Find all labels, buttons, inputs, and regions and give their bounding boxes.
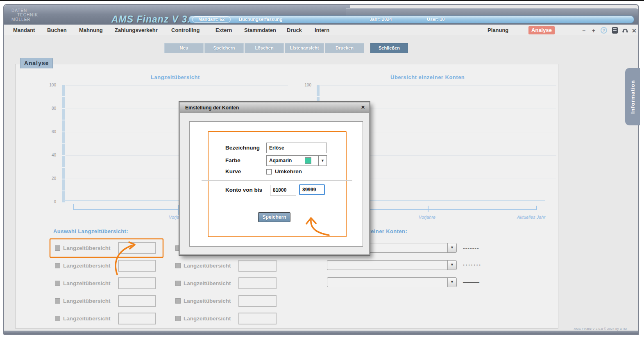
langzeit-checkbox[interactable]	[55, 263, 60, 268]
gridline	[66, 85, 288, 86]
bezeichnung-input[interactable]: Erlöse	[266, 143, 327, 153]
langzeit-row: Langzeitübersicht	[175, 277, 277, 290]
langzeit-checkbox[interactable]	[175, 298, 181, 304]
maximize-button[interactable]: +	[592, 27, 595, 34]
mandant-label: Mandant: 62	[192, 16, 231, 23]
konto-von-bis-label: Konto von bis	[225, 184, 262, 196]
langzeit-row: Langzeitübersicht	[175, 259, 277, 272]
dialog-speichern-button[interactable]: Speichern	[258, 212, 290, 222]
langzeit-row: Langzeitübersicht	[55, 242, 156, 254]
langzeit-input[interactable]	[118, 295, 156, 307]
menu-stammdaten[interactable]: Stammdaten	[244, 27, 276, 33]
phone-icon[interactable]	[622, 27, 628, 35]
langzeit-row: Langzeitübersicht	[175, 312, 277, 325]
ytick-80: 80	[43, 106, 56, 111]
langzeit-label: Langzeitübersicht	[63, 315, 111, 322]
langzeit-label: Langzeitübersicht	[63, 245, 111, 251]
langzeit-row: Langzeitübersicht	[55, 295, 156, 307]
langzeit-label: Langzeitübersicht	[184, 280, 231, 286]
langzeit-checkbox[interactable]	[55, 245, 60, 251]
separator	[202, 180, 352, 181]
langzeit-checkbox[interactable]	[55, 298, 60, 304]
einstellung-der-konten-dialog: Einstellung der Konten ✕ Bezeichnung Erl…	[179, 102, 370, 255]
window-bottom-edge	[4, 331, 638, 334]
screen: DATEN TECHNIK MÜLLER AMS Finanz V 3.0.8 …	[0, 0, 644, 338]
chevron-down-icon[interactable]: ▼	[447, 243, 456, 252]
menu-controlling[interactable]: Controlling	[171, 27, 200, 33]
langzeit-input[interactable]	[238, 295, 277, 307]
minimize-button[interactable]: −	[582, 27, 585, 34]
dialog-title: Einstellung der Konten	[185, 105, 239, 111]
konto-von-input[interactable]: 81000	[270, 185, 296, 195]
langzeit-checkbox[interactable]	[175, 281, 181, 286]
konto-dropdown[interactable]: ▼	[327, 277, 457, 287]
langzeit-label: Langzeitübersicht	[184, 298, 231, 304]
menu-planung[interactable]: Planung	[488, 27, 508, 33]
toolbar-loeschen-button[interactable]: Löschen	[245, 43, 284, 53]
langzeit-label: Langzeitübersicht	[184, 315, 231, 322]
konto-dropdown[interactable]: ▼	[327, 260, 457, 270]
ytick-20: 20	[43, 176, 56, 181]
menu-mahnung[interactable]: Mahnung	[79, 27, 103, 33]
menu-analyse-active[interactable]: Analyse	[528, 26, 555, 34]
line-style-marker: ———	[463, 277, 492, 287]
ytick-0: 0	[43, 200, 56, 204]
menu-druck[interactable]: Druck	[287, 27, 302, 33]
footer-version-text: AMS Finanz V 3.0.8 © 2024 by DTM	[574, 327, 627, 331]
ytick-60: 60	[43, 129, 56, 134]
langzeit-checkbox[interactable]	[175, 316, 181, 321]
toolbar-speichern-button[interactable]: Speichern	[204, 43, 244, 53]
module-label: Buchungserfassung	[239, 17, 282, 22]
jahr-label: Jahr: 2024	[370, 17, 392, 22]
langzeit-label: Langzeitübersicht	[184, 263, 231, 269]
langzeit-row: Langzeitübersicht	[55, 312, 156, 325]
dialog-titlebar[interactable]: Einstellung der Konten ✕	[180, 102, 369, 113]
langzeit-label: Langzeitübersicht	[63, 263, 111, 269]
langzeit-input[interactable]	[238, 260, 277, 272]
langzeit-label: Langzeitübersicht	[63, 298, 111, 304]
langzeit-label: Langzeitübersicht	[63, 280, 111, 286]
toolbar-drucken-button[interactable]: Drucken	[325, 43, 364, 53]
help-icon[interactable]: ?	[601, 27, 607, 34]
langzeit-input[interactable]	[238, 313, 277, 324]
ytick-100: 100	[43, 83, 56, 87]
menu-zahlungsverkehr[interactable]: Zahlungsverkehr	[115, 27, 158, 33]
farbe-dropdown-arrow-icon[interactable]: ▼	[318, 155, 327, 166]
langzeit-checkbox[interactable]	[55, 281, 60, 286]
separator	[202, 201, 352, 201]
ytick-right-100: 100	[298, 83, 311, 87]
tab-analyse[interactable]: Analyse	[20, 58, 53, 68]
langzeit-checkbox[interactable]	[55, 316, 60, 321]
menu-buchen[interactable]: Buchen	[47, 27, 67, 33]
langzeit-input[interactable]	[238, 277, 277, 289]
user-label: User: 10	[427, 17, 444, 22]
right-aktuelles-jahr-label: Aktuelles Jahr	[517, 215, 545, 220]
menu-extern[interactable]: Extern	[215, 27, 232, 33]
konto-bis-input[interactable]: 89999	[299, 184, 325, 195]
langzeit-row: Langzeitübersicht	[55, 277, 156, 290]
bezeichnung-label: Bezeichnung	[225, 143, 260, 153]
langzeit-checkbox[interactable]	[175, 263, 181, 268]
chevron-down-icon[interactable]: ▼	[447, 278, 456, 287]
information-side-tab[interactable]: Information	[625, 68, 640, 125]
right-chart-title: Übersicht einzelner Konten	[390, 74, 465, 80]
umkehren-checkbox[interactable]	[266, 169, 272, 175]
langzeit-input[interactable]	[118, 260, 156, 272]
information-side-tab-label: Information	[630, 80, 636, 114]
chevron-down-icon[interactable]: ▼	[447, 261, 456, 270]
langzeit-heading: Auswahl Langzeitübersicht:	[53, 228, 128, 234]
menu-mandant[interactable]: Mandant	[13, 27, 35, 33]
toolbar-neu-button[interactable]: Neu	[164, 43, 204, 53]
dialog-close-icon[interactable]: ✕	[361, 104, 365, 110]
langzeit-input[interactable]	[118, 277, 156, 289]
menubar: Mandant Buchen Mahnung Zahlungsverkehr C…	[4, 25, 638, 36]
right-vorjahre-label: Vorjahre	[419, 215, 435, 220]
toolbar-schliessen-button[interactable]: Schließen	[370, 43, 408, 53]
notebook-icon[interactable]	[612, 27, 618, 34]
close-window-button[interactable]: ✕	[632, 27, 637, 34]
toolbar-listenansicht-button[interactable]: Listenansicht	[285, 43, 324, 53]
left-chart-y-axis	[62, 85, 65, 203]
menu-intern[interactable]: Intern	[315, 27, 329, 33]
langzeit-input[interactable]	[118, 313, 156, 324]
langzeit-input[interactable]	[118, 242, 156, 254]
